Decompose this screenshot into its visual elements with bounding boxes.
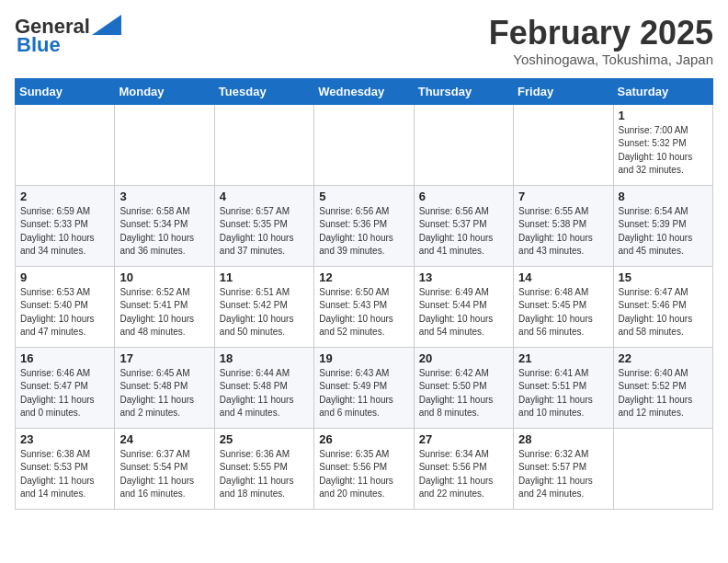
day-info: Sunrise: 6:42 AM Sunset: 5:50 PM Dayligh…: [419, 367, 508, 420]
calendar-cell: 5Sunrise: 6:56 AM Sunset: 5:36 PM Daylig…: [314, 185, 414, 266]
day-info: Sunrise: 6:50 AM Sunset: 5:43 PM Dayligh…: [319, 286, 408, 339]
calendar-cell: 1Sunrise: 7:00 AM Sunset: 5:32 PM Daylig…: [613, 104, 712, 185]
day-info: Sunrise: 7:00 AM Sunset: 5:32 PM Dayligh…: [619, 124, 708, 178]
calendar-cell: [115, 104, 214, 185]
weekday-saturday: Saturday: [613, 78, 712, 104]
day-number: 19: [319, 351, 408, 365]
calendar-cell: 10Sunrise: 6:52 AM Sunset: 5:41 PM Dayli…: [115, 266, 214, 347]
day-number: 12: [319, 270, 408, 284]
weekday-tuesday: Tuesday: [214, 78, 313, 104]
week-row-4: 23Sunrise: 6:38 AM Sunset: 5:53 PM Dayli…: [16, 428, 713, 509]
day-number: 20: [419, 351, 508, 365]
calendar-cell: 21Sunrise: 6:41 AM Sunset: 5:51 PM Dayli…: [514, 347, 613, 428]
calendar-cell: 18Sunrise: 6:44 AM Sunset: 5:48 PM Dayli…: [214, 347, 313, 428]
day-info: Sunrise: 6:58 AM Sunset: 5:34 PM Dayligh…: [119, 205, 209, 259]
day-info: Sunrise: 6:47 AM Sunset: 5:46 PM Dayligh…: [619, 286, 708, 339]
day-number: 17: [119, 351, 209, 365]
week-row-2: 9Sunrise: 6:53 AM Sunset: 5:40 PM Daylig…: [16, 266, 713, 347]
day-number: 2: [20, 190, 109, 203]
day-info: Sunrise: 6:53 AM Sunset: 5:40 PM Dayligh…: [20, 286, 109, 339]
weekday-wednesday: Wednesday: [314, 78, 414, 104]
calendar-cell: 11Sunrise: 6:51 AM Sunset: 5:42 PM Dayli…: [214, 266, 313, 347]
day-number: 13: [419, 270, 508, 284]
day-number: 26: [319, 432, 408, 446]
weekday-header-row: SundayMondayTuesdayWednesdayThursdayFrid…: [16, 78, 713, 104]
calendar-cell: [514, 104, 613, 185]
day-number: 16: [20, 351, 109, 365]
day-number: 11: [220, 270, 309, 284]
day-number: 5: [319, 190, 408, 203]
calendar-cell: [214, 104, 313, 185]
day-number: 18: [220, 351, 309, 365]
day-info: Sunrise: 6:41 AM Sunset: 5:51 PM Dayligh…: [518, 367, 608, 420]
day-number: 27: [419, 432, 508, 446]
day-info: Sunrise: 6:51 AM Sunset: 5:42 PM Dayligh…: [220, 286, 309, 339]
day-info: Sunrise: 6:52 AM Sunset: 5:41 PM Dayligh…: [119, 286, 209, 339]
day-info: Sunrise: 6:43 AM Sunset: 5:49 PM Dayligh…: [319, 367, 408, 420]
day-info: Sunrise: 6:54 AM Sunset: 5:39 PM Dayligh…: [619, 205, 708, 259]
day-info: Sunrise: 6:32 AM Sunset: 5:57 PM Dayligh…: [518, 448, 608, 501]
calendar-cell: 16Sunrise: 6:46 AM Sunset: 5:47 PM Dayli…: [16, 347, 115, 428]
calendar-cell: 15Sunrise: 6:47 AM Sunset: 5:46 PM Dayli…: [613, 266, 712, 347]
day-number: 10: [119, 270, 209, 284]
calendar-cell: 12Sunrise: 6:50 AM Sunset: 5:43 PM Dayli…: [314, 266, 414, 347]
location: Yoshinogawa, Tokushima, Japan: [489, 52, 713, 67]
day-number: 22: [619, 351, 708, 365]
day-number: 23: [20, 432, 109, 446]
calendar-cell: [16, 104, 115, 185]
calendar-cell: [314, 104, 414, 185]
day-info: Sunrise: 6:56 AM Sunset: 5:36 PM Dayligh…: [319, 205, 408, 259]
calendar-cell: 27Sunrise: 6:34 AM Sunset: 5:56 PM Dayli…: [414, 428, 513, 509]
calendar-cell: 17Sunrise: 6:45 AM Sunset: 5:48 PM Dayli…: [115, 347, 214, 428]
day-number: 8: [619, 190, 708, 203]
day-info: Sunrise: 6:57 AM Sunset: 5:35 PM Dayligh…: [220, 205, 309, 259]
calendar-cell: 9Sunrise: 6:53 AM Sunset: 5:40 PM Daylig…: [16, 266, 115, 347]
day-number: 15: [619, 270, 708, 284]
day-number: 21: [518, 351, 608, 365]
day-info: Sunrise: 6:35 AM Sunset: 5:56 PM Dayligh…: [319, 448, 408, 501]
calendar-cell: 25Sunrise: 6:36 AM Sunset: 5:55 PM Dayli…: [214, 428, 313, 509]
week-row-1: 2Sunrise: 6:59 AM Sunset: 5:33 PM Daylig…: [16, 185, 713, 266]
calendar-cell: [414, 104, 513, 185]
month-title: February 2025: [489, 15, 713, 52]
calendar-cell: 6Sunrise: 6:56 AM Sunset: 5:37 PM Daylig…: [414, 185, 513, 266]
calendar-cell: 3Sunrise: 6:58 AM Sunset: 5:34 PM Daylig…: [115, 185, 214, 266]
day-info: Sunrise: 6:37 AM Sunset: 5:54 PM Dayligh…: [119, 448, 209, 501]
calendar-body: 1Sunrise: 7:00 AM Sunset: 5:32 PM Daylig…: [16, 104, 713, 509]
calendar-cell: 2Sunrise: 6:59 AM Sunset: 5:33 PM Daylig…: [16, 185, 115, 266]
day-info: Sunrise: 6:45 AM Sunset: 5:48 PM Dayligh…: [119, 367, 209, 420]
day-info: Sunrise: 6:55 AM Sunset: 5:38 PM Dayligh…: [518, 205, 608, 259]
logo-blue: Blue: [17, 33, 61, 57]
day-number: 28: [518, 432, 608, 446]
calendar-cell: 8Sunrise: 6:54 AM Sunset: 5:39 PM Daylig…: [613, 185, 712, 266]
day-info: Sunrise: 6:36 AM Sunset: 5:55 PM Dayligh…: [220, 448, 309, 501]
day-info: Sunrise: 6:38 AM Sunset: 5:53 PM Dayligh…: [20, 448, 109, 501]
day-info: Sunrise: 6:34 AM Sunset: 5:56 PM Dayligh…: [419, 448, 508, 501]
week-row-0: 1Sunrise: 7:00 AM Sunset: 5:32 PM Daylig…: [16, 104, 713, 185]
day-number: 4: [220, 190, 309, 203]
logo: General Blue: [15, 15, 121, 57]
weekday-sunday: Sunday: [16, 78, 115, 104]
calendar: SundayMondayTuesdayWednesdayThursdayFrid…: [15, 78, 713, 510]
calendar-cell: 26Sunrise: 6:35 AM Sunset: 5:56 PM Dayli…: [314, 428, 414, 509]
calendar-cell: 19Sunrise: 6:43 AM Sunset: 5:49 PM Dayli…: [314, 347, 414, 428]
day-number: 3: [119, 190, 209, 203]
day-number: 25: [220, 432, 309, 446]
calendar-cell: 7Sunrise: 6:55 AM Sunset: 5:38 PM Daylig…: [514, 185, 613, 266]
day-number: 9: [20, 270, 109, 284]
day-number: 1: [619, 109, 708, 122]
svg-marker-0: [92, 15, 121, 35]
week-row-3: 16Sunrise: 6:46 AM Sunset: 5:47 PM Dayli…: [16, 347, 713, 428]
day-info: Sunrise: 6:46 AM Sunset: 5:47 PM Dayligh…: [20, 367, 109, 420]
day-number: 14: [518, 270, 608, 284]
calendar-cell: 23Sunrise: 6:38 AM Sunset: 5:53 PM Dayli…: [16, 428, 115, 509]
calendar-cell: 20Sunrise: 6:42 AM Sunset: 5:50 PM Dayli…: [414, 347, 513, 428]
day-number: 7: [518, 190, 608, 203]
day-info: Sunrise: 6:48 AM Sunset: 5:45 PM Dayligh…: [518, 286, 608, 339]
day-info: Sunrise: 6:59 AM Sunset: 5:33 PM Dayligh…: [20, 205, 109, 259]
weekday-monday: Monday: [115, 78, 214, 104]
day-info: Sunrise: 6:40 AM Sunset: 5:52 PM Dayligh…: [619, 367, 708, 420]
calendar-cell: 22Sunrise: 6:40 AM Sunset: 5:52 PM Dayli…: [613, 347, 712, 428]
calendar-cell: 14Sunrise: 6:48 AM Sunset: 5:45 PM Dayli…: [514, 266, 613, 347]
weekday-thursday: Thursday: [414, 78, 513, 104]
